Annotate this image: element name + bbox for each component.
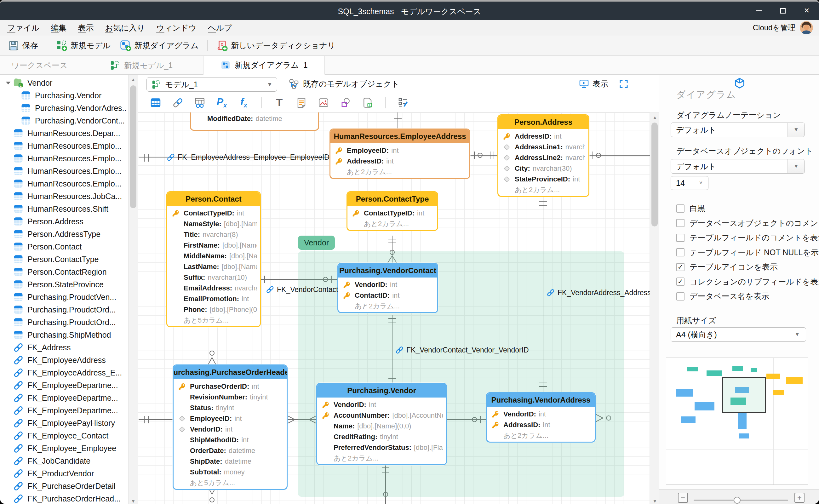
sidebar-item-4[interactable]: HumanResources.Depar... <box>0 127 126 140</box>
checkbox-option-3[interactable]: テーブルフィールド NOT NULLを示します <box>676 247 819 258</box>
save-button[interactable]: 保存 <box>5 38 41 53</box>
shape-button[interactable] <box>339 96 352 109</box>
checkbox-option-1[interactable]: データベースオブジェクトのコメントを表示 <box>676 218 819 228</box>
more-columns[interactable]: あと2カラム... <box>352 219 434 229</box>
caret-down-icon[interactable] <box>3 78 13 88</box>
sidebar-item-18[interactable]: Purchasing.ProudctOrd... <box>0 303 126 316</box>
maximize-button[interactable] <box>771 2 795 20</box>
more-columns[interactable]: あと5カラム... <box>172 315 257 326</box>
scroll-up-icon[interactable]: ▲ <box>650 112 659 122</box>
tab-1[interactable]: 新規モデル_1 <box>79 56 203 75</box>
more-columns[interactable]: あと5カラム... <box>178 478 283 488</box>
sidebar-item-21[interactable]: FK_Address <box>0 341 126 354</box>
sidebar-item-2[interactable]: Purchasing.VendorAdres... <box>0 102 126 114</box>
diagram-minimap[interactable] <box>666 358 808 485</box>
diagram-viewport[interactable]: VendorModifiedDate:datetimeHumanResource… <box>138 112 659 504</box>
tab-2[interactable]: 新規ダイアグラム_1 <box>203 56 325 75</box>
table-title[interactable]: Person.Address <box>498 115 588 129</box>
image-button[interactable] <box>317 96 330 109</box>
table-title[interactable]: Person.ContactType <box>347 192 437 206</box>
entity-table-5[interactable]: Purchasing.PurchaseOrderHeaderPurchaseOr… <box>173 364 288 490</box>
menu-item-5[interactable]: ヘルプ <box>208 23 232 33</box>
more-columns[interactable]: あと2カラム... <box>335 167 466 177</box>
subject-area-tag[interactable]: Vendor <box>298 236 335 250</box>
menu-item-3[interactable]: お気に入り <box>105 23 145 33</box>
scroll-down-icon[interactable]: ▼ <box>129 496 138 504</box>
function-button[interactable]: fx <box>238 96 250 109</box>
sidebar-item-17[interactable]: Purchasing.ProudctVen... <box>0 291 126 303</box>
unchecked-checkbox-icon[interactable] <box>676 204 684 213</box>
table-title[interactable]: HumanResources.EmployeeAddress <box>330 129 469 143</box>
sidebar-item-14[interactable]: Person.ContactType <box>0 253 126 266</box>
unchecked-checkbox-icon[interactable] <box>676 248 684 256</box>
sidebar-item-27[interactable]: FK_EmployeePayHistory <box>0 417 126 429</box>
menu-item-1[interactable]: 編集 <box>51 23 66 33</box>
sidebar-scrollbar[interactable]: ▲ ▼ <box>128 75 138 504</box>
entity-table-3[interactable]: Person.ContactTypeContactTypeID:intあと2カラ… <box>347 191 438 231</box>
checked-checkbox-icon[interactable]: ✓ <box>676 278 684 286</box>
unchecked-checkbox-icon[interactable] <box>676 292 684 301</box>
checkbox-option-0[interactable]: 白黒 <box>676 203 819 214</box>
relationship-label-3[interactable]: FK_VendorContact_Vendor_VendorID <box>395 346 529 354</box>
table-title[interactable]: Purchasing.VendorContact <box>338 264 437 278</box>
zoom-slider[interactable] <box>694 500 788 501</box>
table-title[interactable]: Purchasing.PurchaseOrderHeader <box>174 365 287 379</box>
sidebar-item-33[interactable]: FK_PurchaseOrderHead... <box>0 492 126 504</box>
auto-layout-button[interactable] <box>397 96 409 109</box>
text-button[interactable]: T <box>273 96 286 109</box>
unchecked-checkbox-icon[interactable] <box>676 219 684 227</box>
sidebar-item-22[interactable]: FK_EmployeeAddress <box>0 354 126 366</box>
sidebar-scroll-thumb[interactable] <box>130 85 136 208</box>
sidebar-item-7[interactable]: HumanResources.Emplo... <box>0 165 126 177</box>
new-diagram-button[interactable]: 新規ダイアグラム <box>117 38 201 53</box>
sidebar-item-31[interactable]: FK_ProductVendor <box>0 467 126 480</box>
table-title[interactable]: Purchasing.VendorAddress <box>487 393 595 407</box>
entity-table-2[interactable]: Person.ContactContactTypeID:intNameStyle… <box>166 191 261 327</box>
add-table-button[interactable] <box>149 96 162 109</box>
sidebar-item-23[interactable]: FK_EmployeeAddress_E... <box>0 366 126 379</box>
layer-page-button[interactable]: L <box>361 96 374 109</box>
sidebar-item-20[interactable]: Purchasing.ShipMethod <box>0 329 126 341</box>
checkbox-option-5[interactable]: ✓コレクションのサブフィールドを表示 <box>676 277 819 287</box>
sidebar-item-6[interactable]: HumanResources.Emplo... <box>0 152 126 165</box>
paper-size-dropdown[interactable]: A4 (横向き) ▼ <box>671 327 806 342</box>
menu-item-0[interactable]: ファイル <box>7 23 39 33</box>
notation-dropdown[interactable]: デフォルト ▼ <box>671 123 805 137</box>
entity-table-1[interactable]: Person.AddressAddressID:intAddressLine1:… <box>497 114 589 197</box>
sidebar-item-29[interactable]: FK_Employee_Employee <box>0 442 126 455</box>
more-columns[interactable]: あと2カラム... <box>343 301 434 312</box>
entity-table-6[interactable]: Purchasing.VendorVendorID:intAccountNumb… <box>316 383 447 465</box>
sidebar-item-11[interactable]: Person.Address <box>0 215 126 228</box>
table-title[interactable]: Person.Contact <box>167 192 260 206</box>
existing-model-objects-button[interactable]: 既存のモデルオブジェクト <box>289 78 399 89</box>
new-model-button[interactable]: 新規モデル <box>54 38 113 53</box>
manage-cloud-button[interactable]: Cloudを管理 <box>753 23 795 33</box>
canvas-scrollbar[interactable]: ▲ ▼ <box>650 112 659 504</box>
entity-table-7[interactable]: Purchasing.VendorAddressVendorID:intAddr… <box>486 392 596 443</box>
entity-table-4[interactable]: Purchasing.VendorContactVendorID:intCont… <box>337 263 438 313</box>
more-columns[interactable]: あと2カラム... <box>322 453 443 464</box>
sidebar-item-26[interactable]: FK_EmployeeDepartme... <box>0 404 126 417</box>
sidebar-item-0[interactable]: LVendor <box>0 77 126 89</box>
sidebar-item-5[interactable]: HumanResources.Emplo... <box>0 140 126 152</box>
scroll-down-icon[interactable]: ▼ <box>650 496 659 504</box>
sidebar-item-16[interactable]: Person.StateProvince <box>0 278 126 291</box>
sidebar-item-8[interactable]: HumanResources.Emplo... <box>0 177 126 190</box>
object-font-dropdown[interactable]: デフォルト ▼ <box>671 159 805 174</box>
unchecked-checkbox-icon[interactable] <box>676 234 684 242</box>
view-button[interactable]: 表示 <box>579 78 608 89</box>
user-avatar[interactable] <box>800 21 813 34</box>
more-columns[interactable]: あと2カラム... <box>491 430 592 441</box>
sidebar-item-30[interactable]: FK_JobCandidate <box>0 455 126 467</box>
table-title[interactable]: Purchasing.Vendor <box>317 384 446 398</box>
minimap-viewport[interactable] <box>722 377 766 413</box>
relationship-label-2[interactable]: FK_VendorAddress_Address <box>546 288 651 297</box>
add-relation-button[interactable] <box>171 96 184 109</box>
checked-checkbox-icon[interactable]: ✓ <box>676 263 684 271</box>
entity-table-0[interactable]: HumanResources.EmployeeAddressEmployeeID… <box>329 129 470 179</box>
close-button[interactable]: ✕ <box>795 2 819 20</box>
sidebar-item-10[interactable]: HumanResources.Shift <box>0 203 126 215</box>
sidebar-item-32[interactable]: FK_PurchaseOrderDetail <box>0 480 126 492</box>
sidebar-item-3[interactable]: Purchasing.VendorCont... <box>0 114 126 127</box>
checkbox-option-6[interactable]: データベース名を表示 <box>676 291 819 301</box>
